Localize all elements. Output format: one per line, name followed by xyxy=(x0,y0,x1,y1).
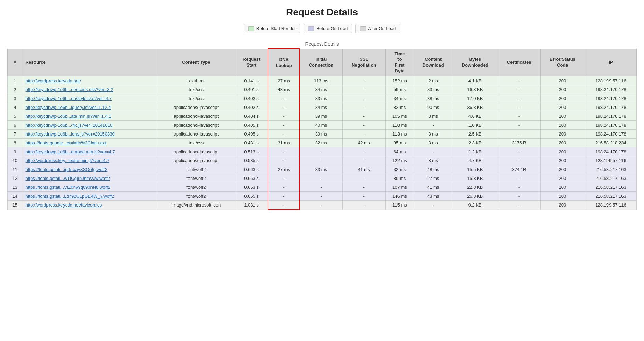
cell-resource[interactable]: http://keycdnwp-1c6b...ions.js?ver=20150… xyxy=(23,130,157,139)
cell-resource[interactable]: http://keycdnwp-1c6b...en/style.css?ver=… xyxy=(23,94,157,103)
cell-ssl-negotiation: - xyxy=(342,201,385,210)
cell-request-start: 0.513 s xyxy=(235,147,268,156)
cell-certificates: - xyxy=(498,121,540,130)
cell-status-code: 200 xyxy=(540,192,585,201)
cell-ttfb: 34 ms xyxy=(385,94,414,103)
cell-dns-lookup: 31 ms xyxy=(268,139,299,147)
cell-dns-lookup: - xyxy=(268,121,299,130)
resource-link[interactable]: http://wordpress.key...lease.min.js?ver=… xyxy=(26,158,110,163)
cell-initial-connection: - xyxy=(299,201,342,210)
resource-link[interactable]: https://fonts.gstati...Ld792ULpGE4W_Y.wo… xyxy=(26,194,114,199)
cell-status-code: 200 xyxy=(540,121,585,130)
cell-certificates: - xyxy=(498,130,540,139)
resource-link[interactable]: http://keycdnwp-1c6b...ions.js?ver=20150… xyxy=(26,131,115,137)
cell-bytes-downloaded: 4.6 KB xyxy=(452,112,498,121)
resource-link[interactable]: http://keycdnwp-1c6b...-fix.js?ver=20141… xyxy=(26,123,113,128)
cell-resource[interactable]: https://fonts.google...et=latin%2Clatin-… xyxy=(23,139,157,147)
cell-num: 8 xyxy=(8,139,23,147)
cell-certificates: - xyxy=(498,183,540,192)
cell-ssl-negotiation: - xyxy=(342,112,385,121)
cell-resource[interactable]: http://wordpress.key...lease.min.js?ver=… xyxy=(23,156,157,165)
cell-ip: 198.24.170.178 xyxy=(585,85,637,94)
cell-dns-lookup: 43 ms xyxy=(268,85,299,94)
cell-request-start: 0.663 s xyxy=(235,174,268,183)
cell-initial-connection: 39 ms xyxy=(299,130,342,139)
cell-resource[interactable]: http://wordpress.keycdn.net/ xyxy=(23,76,157,85)
cell-content-download: 3 ms xyxy=(414,112,452,121)
resource-link[interactable]: https://fonts.google...et=latin%2Clatin-… xyxy=(26,140,107,145)
cell-dns-lookup: - xyxy=(268,94,299,103)
cell-num: 3 xyxy=(8,94,23,103)
cell-content-type: text/html xyxy=(157,76,235,85)
page-title: Request Details xyxy=(7,7,637,18)
cell-resource[interactable]: http://keycdnwp-1c6b...jquery.js?ver=1.1… xyxy=(23,103,157,112)
cell-bytes-downloaded: 0.2 KB xyxy=(452,201,498,210)
cell-initial-connection: 33 ms xyxy=(299,165,342,174)
cell-num: 14 xyxy=(8,192,23,201)
cell-initial-connection: 32 ms xyxy=(299,139,342,147)
cell-status-code: 200 xyxy=(540,183,585,192)
cell-request-start: 0.665 s xyxy=(235,192,268,201)
cell-content-download: - xyxy=(414,147,452,156)
cell-ttfb: 32 ms xyxy=(385,165,414,174)
cell-certificates: - xyxy=(498,76,540,85)
cell-ip: 198.24.170.178 xyxy=(585,112,637,121)
resource-link[interactable]: http://wordpress.keycdn.net/ xyxy=(26,78,81,83)
cell-initial-connection: 34 ms xyxy=(299,85,342,94)
cell-dns-lookup: - xyxy=(268,147,299,156)
cell-resource[interactable]: http://keycdnwp-1c6b...-fix.js?ver=20141… xyxy=(23,121,157,130)
cell-ttfb: 152 ms xyxy=(385,76,414,85)
resource-link[interactable]: http://keycdnwp-1c6b...nericons.css?ver=… xyxy=(26,87,113,92)
cell-ip: 216.58.217.163 xyxy=(585,174,637,183)
cell-resource[interactable]: https://fonts.gstati...Ld792ULpGE4W_Y.wo… xyxy=(23,192,157,201)
cell-initial-connection: 39 ms xyxy=(299,112,342,121)
cell-content-download: 3 ms xyxy=(414,130,452,139)
resource-link[interactable]: https://fonts.gstati...VIZ0nv9q090hN8.wo… xyxy=(26,185,110,190)
cell-ssl-negotiation: - xyxy=(342,192,385,201)
cell-bytes-downloaded: 1.2 KB xyxy=(452,147,498,156)
cell-resource[interactable]: http://keycdnwp-1c6b...nericons.css?ver=… xyxy=(23,85,157,94)
cell-bytes-downloaded: 36.8 KB xyxy=(452,103,498,112)
resource-link[interactable]: http://wordpress.keycdn.net/favicon.ico xyxy=(26,202,102,208)
cell-ip: 216.58.218.234 xyxy=(585,139,637,147)
cell-bytes-downloaded: 2.3 KB xyxy=(452,139,498,147)
col-header-request-start: RequestStart xyxy=(235,49,268,76)
cell-bytes-downloaded: 15.5 KB xyxy=(452,165,498,174)
table-row: 11https://fonts.gstati...jgr5-oayXSOefg.… xyxy=(8,165,637,174)
cell-request-start: 0.405 s xyxy=(235,130,268,139)
cell-ttfb: 146 ms xyxy=(385,192,414,201)
resource-link[interactable]: https://fonts.gstati...jgr5-oayXSOefg.wo… xyxy=(26,167,108,172)
cell-dns-lookup: - xyxy=(268,156,299,165)
cell-ttfb: 95 ms xyxy=(385,139,414,147)
cell-resource[interactable]: http://keycdnwp-1c6b...ate.min.js?ver=1.… xyxy=(23,112,157,121)
cell-content-download: 48 ms xyxy=(414,165,452,174)
cell-resource[interactable]: https://fonts.gstati...VIZ0nv9q090hN8.wo… xyxy=(23,183,157,192)
cell-bytes-downloaded: 22.8 KB xyxy=(452,183,498,192)
cell-bytes-downloaded: 16.8 KB xyxy=(452,85,498,94)
cell-dns-lookup: - xyxy=(268,201,299,210)
cell-ssl-negotiation: 42 ms xyxy=(342,139,385,147)
cell-resource[interactable]: http://keycdnwp-1c6b...embed.min.js?ver=… xyxy=(23,147,157,156)
table-row: 13https://fonts.gstati...VIZ0nv9q090hN8.… xyxy=(8,183,637,192)
resource-link[interactable]: http://keycdnwp-1c6b...en/style.css?ver=… xyxy=(26,96,112,101)
cell-content-download: 41 ms xyxy=(414,183,452,192)
table-section-title: Request Details xyxy=(7,41,637,47)
resource-link[interactable]: http://keycdnwp-1c6b...ate.min.js?ver=1.… xyxy=(26,114,111,119)
cell-request-start: 0.431 s xyxy=(235,139,268,147)
cell-content-type: font/woff2 xyxy=(157,192,235,201)
resource-link[interactable]: http://keycdnwp-1c6b...embed.min.js?ver=… xyxy=(26,149,115,154)
cell-status-code: 200 xyxy=(540,130,585,139)
cell-status-code: 200 xyxy=(540,139,585,147)
cell-request-start: 0.663 s xyxy=(235,165,268,174)
cell-resource[interactable]: https://fonts.gstati...jgr5-oayXSOefg.wo… xyxy=(23,165,157,174)
cell-content-type: image/vnd.microsoft.icon xyxy=(157,201,235,210)
cell-content-type: font/woff2 xyxy=(157,183,235,192)
legend-item-before-start-render: Before Start Render xyxy=(244,24,300,33)
cell-status-code: 200 xyxy=(540,94,585,103)
cell-request-start: 0.404 s xyxy=(235,112,268,121)
col-header-ip: IP xyxy=(585,49,637,76)
resource-link[interactable]: http://keycdnwp-1c6b...jquery.js?ver=1.1… xyxy=(26,105,111,110)
cell-resource[interactable]: https://fonts.gstati...wTICgirnJhmVJw.wo… xyxy=(23,174,157,183)
cell-resource[interactable]: http://wordpress.keycdn.net/favicon.ico xyxy=(23,201,157,210)
resource-link[interactable]: https://fonts.gstati...wTICgirnJhmVJw.wo… xyxy=(26,176,110,181)
